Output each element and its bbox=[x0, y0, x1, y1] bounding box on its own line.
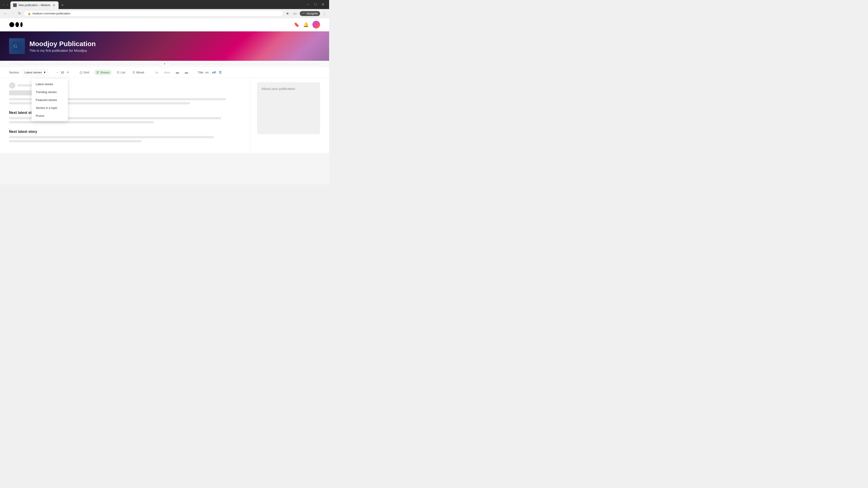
stream-label: Stream bbox=[100, 71, 110, 74]
incognito-icon: 🥷 bbox=[302, 12, 305, 15]
close-btn[interactable]: ✕ bbox=[320, 2, 326, 7]
reload-btn[interactable]: ↻ bbox=[17, 10, 22, 17]
view-mixed-btn[interactable]: ☷ Mixed bbox=[130, 70, 147, 75]
grid-label: Grid bbox=[84, 71, 89, 74]
pub-logo-svg: G bbox=[11, 40, 23, 52]
grid-icon: ◫ bbox=[80, 71, 82, 74]
medium-header: 🔖 🔔 bbox=[0, 18, 329, 31]
publication-title: Moodjoy Publication bbox=[29, 40, 96, 48]
title-sep: | bbox=[210, 71, 211, 74]
maximize-btn[interactable]: □ bbox=[313, 2, 318, 7]
layout-2col-btn[interactable]: ▭▭ bbox=[162, 69, 172, 75]
dropdown-item-featured[interactable]: Featured stories bbox=[32, 96, 68, 104]
next-story-line-2 bbox=[9, 121, 154, 123]
hero-banner: G Moodjoy Publication This is my first p… bbox=[0, 31, 329, 61]
bookmark-icon-btn[interactable]: 🔖 bbox=[294, 22, 300, 27]
address-text: medium.com/new-publication bbox=[32, 12, 70, 15]
screen-cast-btn[interactable]: ▭ bbox=[292, 10, 298, 17]
section-value: Latest stories bbox=[24, 71, 42, 74]
title-off[interactable]: off bbox=[212, 71, 216, 74]
section-dropdown[interactable]: Latest stories ▼ bbox=[22, 70, 48, 75]
delete-section-btn[interactable]: 🗑 bbox=[219, 70, 222, 74]
mixed-label: Mixed bbox=[136, 71, 144, 74]
forward-btn[interactable]: → bbox=[10, 11, 16, 17]
new-tab-btn[interactable]: + bbox=[59, 3, 66, 8]
view-list-btn[interactable]: ☷ List bbox=[115, 70, 127, 75]
count-ctrl: - 10 + bbox=[55, 70, 70, 75]
hero-text: Moodjoy Publication This is my first pub… bbox=[29, 40, 96, 53]
svg-text:G: G bbox=[13, 43, 17, 49]
layout-1col-btn[interactable]: ▭ bbox=[154, 69, 160, 75]
svg-point-2 bbox=[9, 22, 14, 27]
section-label: Section: bbox=[9, 71, 20, 74]
section-line-left bbox=[9, 64, 160, 64]
medium-logo bbox=[9, 21, 26, 28]
address-actions: ★ ▭ 🥷 Incognito ⋮ bbox=[285, 10, 327, 17]
chevron-down-icon: ▼ bbox=[43, 71, 46, 74]
story-3-line-1 bbox=[9, 136, 214, 138]
browser-chrome: ‹ › New publication – Medium ✕ + – □ ✕ ←… bbox=[0, 0, 329, 18]
mixed-icon: ☷ bbox=[132, 71, 135, 74]
section-toolbar: Section: Latest stories ▼ - 10 + ◫ Grid … bbox=[0, 67, 329, 78]
stream-icon: ☰ bbox=[96, 71, 99, 74]
layout-4col-btn[interactable]: ▬ bbox=[183, 69, 190, 75]
dropdown-arrow bbox=[43, 77, 46, 79]
bookmark-addr-btn[interactable]: ★ bbox=[285, 10, 290, 17]
header-right: 🔖 🔔 bbox=[294, 21, 320, 29]
dropdown-item-promo[interactable]: Promo bbox=[32, 112, 68, 120]
story-3-title: Next latest story bbox=[9, 130, 250, 134]
address-bar-row: ← → ↻ 🔒 medium.com/new-publication ★ ▭ 🥷… bbox=[0, 9, 329, 18]
dropdown-item-trending[interactable]: Trending stories bbox=[32, 88, 68, 96]
svg-point-3 bbox=[16, 22, 19, 27]
publication-desc: This is my first publication for Moodjoy… bbox=[29, 48, 96, 53]
about-pub-box: About your publication bbox=[257, 82, 320, 134]
browser-menu-btn[interactable]: ⋮ bbox=[322, 11, 327, 16]
sidebar-col: About your publication bbox=[250, 78, 320, 153]
svg-point-1 bbox=[15, 4, 16, 6]
count-plus-btn[interactable]: + bbox=[65, 70, 70, 75]
address-field[interactable]: 🔒 medium.com/new-publication bbox=[24, 10, 283, 17]
tab-close-btn[interactable]: ✕ bbox=[52, 3, 56, 7]
svg-point-4 bbox=[20, 22, 23, 27]
security-icon: 🔒 bbox=[28, 12, 31, 15]
tab-favicon bbox=[13, 3, 17, 7]
add-section-row: + bbox=[0, 61, 329, 67]
window-controls: – □ ✕ bbox=[304, 1, 327, 9]
view-stream-btn[interactable]: ☰ Stream bbox=[94, 70, 112, 75]
tab-title: New publication – Medium bbox=[19, 4, 51, 7]
minimize-btn[interactable]: – bbox=[306, 2, 311, 7]
back-btn[interactable]: ← bbox=[3, 11, 8, 17]
active-tab[interactable]: New publication – Medium ✕ bbox=[10, 1, 59, 9]
dropdown-item-latest[interactable]: Latest stories bbox=[32, 80, 68, 88]
story-3-line-2 bbox=[9, 140, 142, 142]
tab-back-btn[interactable]: ‹ bbox=[2, 2, 5, 7]
list-icon: ☷ bbox=[117, 71, 120, 74]
section-line-right bbox=[169, 64, 320, 64]
add-section-btn[interactable]: + bbox=[161, 61, 168, 67]
title-ctrl: Title: on | off bbox=[198, 71, 216, 74]
medium-logo-svg bbox=[9, 21, 26, 28]
plus-icon: + bbox=[163, 62, 166, 66]
count-minus-btn[interactable]: - bbox=[55, 70, 59, 75]
bell-icon-btn[interactable]: 🔔 bbox=[303, 22, 309, 27]
section-dropdown-menu: Latest stories Trending stories Featured… bbox=[32, 79, 68, 121]
incognito-badge[interactable]: 🥷 Incognito bbox=[300, 11, 320, 16]
avatar[interactable] bbox=[312, 21, 320, 29]
layout-3col-btn[interactable]: ▬ bbox=[174, 69, 181, 75]
list-label: List bbox=[121, 71, 125, 74]
count-value: 10 bbox=[61, 71, 64, 74]
page-content: 🔖 🔔 G Moodjoy Publication This is my fir… bbox=[0, 18, 329, 184]
view-grid-btn[interactable]: ◫ Grid bbox=[77, 70, 91, 75]
incognito-label: Incognito bbox=[307, 12, 318, 15]
title-label: Title: bbox=[198, 71, 204, 74]
publication-logo: G bbox=[9, 38, 25, 54]
story-item-3: Next latest story bbox=[9, 130, 250, 142]
dropdown-item-topic[interactable]: Stories in a topic bbox=[32, 104, 68, 112]
about-pub-label: About your publication bbox=[261, 87, 295, 91]
tab-forward-btn[interactable]: › bbox=[6, 2, 9, 7]
title-on[interactable]: on bbox=[205, 71, 209, 74]
